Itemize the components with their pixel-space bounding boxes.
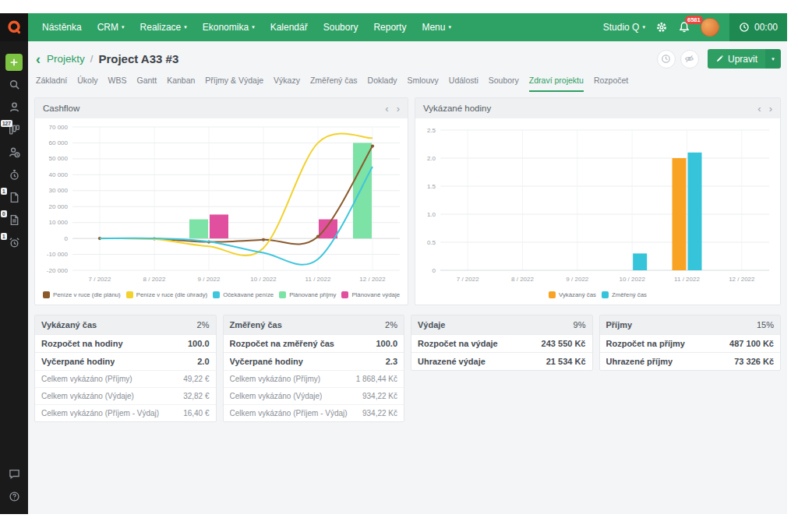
bar-vykazany-cas [673,158,687,270]
next-period-icon[interactable]: › [397,104,400,114]
svg-text:10 000: 10 000 [49,219,69,226]
legend-item-penize-v-ruce-dle-uhrady: Peníze v ruce (dle úhrady) [126,291,207,298]
nav-kalendar[interactable]: Kalendář [263,13,316,41]
charts-row: Cashflow ‹ › 70 00060 00050 00040 00030 … [28,92,787,305]
nav-nastenka[interactable]: Nástěnka [34,13,90,41]
sidebar-badge: 0 [1,210,7,217]
legend-item-planovane-vydaje: Plánované výdaje [341,291,400,298]
summary-row-label: Celkem vykázáno (Výdaje) [41,392,134,400]
nav-realizace[interactable]: Realizace▾ [132,13,195,41]
sidebar-item-chat[interactable] [0,463,28,485]
line-ocekavane-penize [100,167,373,265]
sidebar-item-create[interactable] [0,51,28,73]
edit-split-button: Upravit ▾ [708,49,781,69]
summary-card-title: Změřený čas [230,320,282,329]
avatar[interactable] [701,18,719,37]
nav-crm[interactable]: CRM▾ [90,13,132,41]
sidebar-item-search[interactable] [0,73,28,96]
legend-label: Změřený čas [612,291,647,298]
edit-dropdown-button[interactable]: ▾ [765,49,781,69]
svg-text:10 / 2022: 10 / 2022 [250,276,277,283]
summary-row: Rozpočet na změřený čas100.0 [224,334,404,352]
settings-gear-icon[interactable] [655,21,668,33]
cashflow-panel: Cashflow ‹ › 70 00060 00050 00040 00030 … [34,97,408,305]
cashflow-legend: Peníze v ruce (dle plánu)Peníze v ruce (… [35,291,408,305]
next-period-icon[interactable]: › [769,104,772,114]
time-tracker-button[interactable]: 00:00 [729,13,787,41]
sidebar-item-documents[interactable]: 1 [0,186,28,209]
icon-rail-sidebar: 127101 [0,41,28,514]
header-actions: Upravit ▾ [657,49,781,69]
back-button[interactable]: ‹ [36,52,41,66]
sidebar-item-reminders[interactable]: 1 [0,231,28,254]
legend-item-ocekavane-penize: Očekávané peníze [213,291,274,298]
bar-zmereny-cas [688,153,702,270]
notifications-bell-icon[interactable]: 6581 [678,21,690,33]
summary-row-label: Rozpočet na hodiny [41,339,123,348]
legend-swatch [279,291,286,298]
summary-row-value: 2.0 [197,357,209,366]
nav-soubory[interactable]: Soubory [316,13,366,41]
legend-item-planovane-prijmy: Plánované příjmy [279,291,336,298]
workspace-menu[interactable]: Studio Q▾ [603,22,645,33]
prev-period-icon[interactable]: ‹ [757,104,761,114]
chevron-down-icon: ▾ [122,13,125,41]
summary-row-label: Celkem vykázáno (Výdaje) [230,392,323,400]
svg-text:60 000: 60 000 [49,139,69,146]
app-logo[interactable] [0,13,28,41]
nav-ekonomika[interactable]: Ekonomika▾ [195,13,263,41]
watch-icon-button[interactable] [680,50,699,69]
tab-ukoly[interactable]: Úkoly [77,72,97,92]
tab-kanban[interactable]: Kanban [167,72,195,92]
summary-row-value: 100.0 [376,339,397,348]
tab-doklady[interactable]: Doklady [368,72,397,92]
nav-reporty[interactable]: Reporty [365,13,414,41]
svg-text:-20 000: -20 000 [47,267,69,274]
file-icon [9,192,20,203]
tab-prijmy-vydaje[interactable]: Příjmy & Výdaje [205,72,263,92]
tab-smlouvy[interactable]: Smlouvy [408,72,439,92]
svg-text:10 / 2022: 10 / 2022 [619,276,645,283]
tab-zakladni[interactable]: Základní [36,72,67,92]
summary-card-title: Příjmy [606,320,633,329]
summary-card-zmereny-cas: Změřený čas2%Rozpočet na změřený čas100.… [223,315,405,422]
bar-planovane-prijmy [353,143,372,238]
prev-period-icon[interactable]: ‹ [385,104,388,114]
completion-percent: 2% [385,320,397,329]
svg-text:9 / 2022: 9 / 2022 [198,276,221,283]
timer-value: 00:00 [754,22,778,33]
svg-text:7 / 2022: 7 / 2022 [457,276,479,283]
tab-zmereny-cas[interactable]: Změřený čas [310,72,358,92]
tab-udalosti[interactable]: Události [449,72,478,92]
sidebar-item-help[interactable] [0,485,28,508]
summary-row-value: 487 100 Kč [729,339,774,348]
page-header: ‹ Projekty / Project A33 #3 Upravit ▾ [28,41,787,72]
tab-wbs[interactable]: WBS [108,72,127,92]
sidebar-item-time-tracking[interactable] [0,164,28,186]
summary-card-header: Příjmy15% [600,315,781,334]
svg-text:9 / 2022: 9 / 2022 [566,276,588,283]
nav-menu[interactable]: Menu▾ [414,13,459,41]
tab-zdravi-projektu[interactable]: Zdraví projektu [529,72,584,92]
history-icon-button[interactable] [657,50,676,69]
main-nav: NástěnkaCRM▾Realizace▾Ekonomika▾Kalendář… [34,13,459,41]
legend-item-vykazany-cas: Vykázaný čas [549,291,596,298]
sidebar-item-invoices[interactable]: 0 [0,209,28,231]
svg-text:0: 0 [433,267,436,274]
sidebar-item-projects[interactable]: 127 [0,118,28,141]
sidebar-item-attendance[interactable] [0,141,28,164]
summary-row: Celkem vykázáno (Příjmy)1 868,44 Kč [224,370,404,387]
tab-vykazy[interactable]: Výkazy [274,72,300,92]
summary-row: Celkem vykázáno (Výdaje)934,22 Kč [224,387,404,404]
tab-gantt[interactable]: Gantt [136,72,157,92]
tab-soubory[interactable]: Soubory [489,72,519,92]
completion-percent: 9% [574,320,586,329]
file-text-icon [9,214,20,226]
edit-button[interactable]: Upravit [708,49,765,69]
legend-item-penize-v-ruce-dle-planu: Peníze v ruce (dle plánu) [43,291,121,298]
tab-rozpocet[interactable]: Rozpočet [594,72,628,92]
breadcrumb-projects-link[interactable]: Projekty [47,53,85,65]
legend-label: Peníze v ruce (dle úhrady) [136,291,207,298]
svg-text:11 / 2022: 11 / 2022 [674,276,700,283]
sidebar-item-contacts[interactable] [0,96,28,118]
